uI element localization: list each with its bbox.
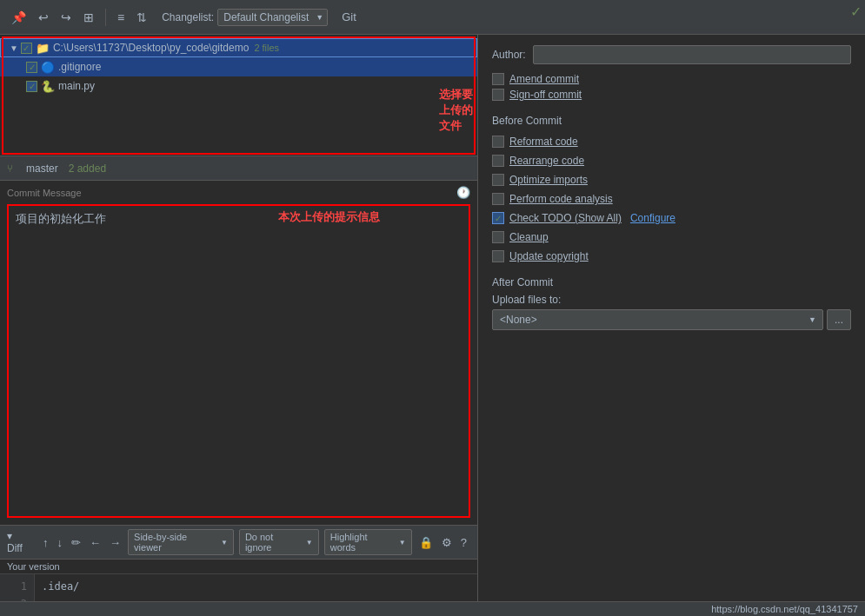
upload-more-btn[interactable]: ...: [827, 309, 851, 330]
mainpy-checkbox[interactable]: ✓: [26, 81, 37, 92]
folder-icon: 📁: [36, 42, 50, 55]
help-btn[interactable]: ?: [457, 534, 470, 551]
author-row: Author:: [492, 45, 851, 64]
option-reformat[interactable]: Reformat code: [492, 136, 851, 148]
diff-prev-btn[interactable]: ←: [86, 534, 104, 551]
diff-edit-btn[interactable]: ✏: [68, 534, 84, 551]
commit-label-row: Commit Message 🕐: [0, 184, 477, 201]
amend-label: Amend commit: [509, 73, 579, 85]
gitignore-label: .gitignore: [58, 61, 101, 73]
cleanup-label: Cleanup: [509, 231, 549, 243]
before-commit-title: Before Commit: [492, 115, 851, 127]
tree-row-gitignore[interactable]: ✓ 🔵 .gitignore: [0, 57, 477, 76]
status-bar: ⑂ master 2 added: [0, 156, 477, 181]
list-button[interactable]: ≡: [113, 8, 129, 27]
author-input[interactable]: [533, 45, 851, 64]
diff-down-btn[interactable]: ↓: [54, 534, 67, 551]
separator-1: [105, 9, 106, 26]
settings-btn[interactable]: ⚙: [438, 534, 456, 551]
mainpy-label: main.py: [58, 80, 95, 92]
amend-checkbox[interactable]: [492, 73, 504, 85]
option-analyze[interactable]: Perform code analysis: [492, 193, 851, 205]
upload-label: Upload files to:: [492, 294, 851, 306]
root-path-label: C:\Users\11737\Desktop\py_code\gitdemo: [53, 42, 249, 54]
amend-row[interactable]: Amend commit: [492, 73, 851, 85]
sort-button[interactable]: ⇅: [132, 8, 151, 27]
reformat-checkbox[interactable]: [492, 136, 504, 148]
signoff-checkbox[interactable]: [492, 89, 504, 101]
copyright-label: Update copyright: [509, 250, 589, 262]
ignore-label: Do not ignore: [245, 532, 303, 553]
branch-name: master: [26, 162, 58, 175]
option-cleanup[interactable]: Cleanup: [492, 231, 851, 243]
author-label: Author:: [492, 49, 526, 61]
diff-line-1: .idea/: [42, 578, 79, 595]
file-tree: ▼ ✓ 📁 C:\Users\11737\Desktop\py_code\git…: [0, 35, 477, 156]
changelist-select[interactable]: Default Changelist: [217, 9, 328, 26]
diff-header: ▾ Diff ↑ ↓ ✏ ← → Side-by-side viewer Do …: [0, 526, 477, 560]
pin-button[interactable]: 📌: [7, 8, 30, 27]
rearrange-label: Rearrange code: [509, 155, 584, 167]
lock-btn[interactable]: 🔒: [416, 534, 436, 551]
optimize-checkbox[interactable]: [492, 174, 504, 186]
tree-row-mainpy[interactable]: ✓ 🐍 main.py: [0, 76, 477, 96]
upload-select[interactable]: <None>: [492, 309, 823, 330]
python-icon: 🐍: [41, 80, 55, 93]
commit-area: Commit Message 🕐 本次上传的提示信息: [0, 181, 477, 525]
configure-link[interactable]: Configure: [630, 212, 675, 224]
signoff-label: Sign-off commit: [509, 89, 582, 101]
after-commit-title: After Commit: [492, 276, 851, 288]
url-text: https://blog.csdn.net/qq_41341757: [711, 604, 858, 614]
option-todo[interactable]: ✓ Check TODO (Show All) Configure: [492, 212, 851, 224]
toolbar: 📌 ↩ ↪ ⊞ ≡ ⇅ Changelist: Default Changeli…: [0, 0, 865, 35]
upload-select-wrapper: <None>: [492, 309, 823, 330]
right-panel: Author: Amend commit Sign-off commit Bef…: [478, 35, 865, 616]
optimize-label: Optimize imports: [509, 174, 588, 186]
commit-label-text: Commit Message: [7, 188, 82, 198]
file-tree-container: ▼ ✓ 📁 C:\Users\11737\Desktop\py_code\git…: [0, 35, 477, 156]
viewer-dropdown[interactable]: Side-by-side viewer: [128, 529, 234, 555]
root-badge: 2 files: [254, 43, 279, 53]
upload-row: <None> ...: [492, 309, 851, 330]
highlight-label: Highlight words: [330, 532, 396, 553]
undo-button[interactable]: ↩: [34, 8, 53, 27]
signoff-row[interactable]: Sign-off commit: [492, 89, 851, 101]
todo-label: Check TODO (Show All): [509, 212, 622, 224]
clock-icon: 🕐: [456, 186, 470, 199]
todo-checkbox[interactable]: ✓: [492, 212, 504, 224]
checkmark-icon: ✓: [850, 3, 862, 20]
added-badge: 2 added: [69, 162, 106, 175]
viewer-label: Side-by-side viewer: [134, 532, 217, 553]
copyright-checkbox[interactable]: [492, 250, 504, 262]
diff-up-btn[interactable]: ↑: [39, 534, 52, 551]
grid-button[interactable]: ⊞: [79, 8, 98, 27]
git-label: Git: [342, 10, 356, 23]
expand-icon: ▼: [10, 43, 18, 53]
tree-root-row[interactable]: ▼ ✓ 📁 C:\Users\11737\Desktop\py_code\git…: [0, 38, 477, 57]
diff-next-btn[interactable]: →: [106, 534, 124, 551]
commit-textarea[interactable]: [7, 204, 470, 518]
main-container: ▼ ✓ 📁 C:\Users\11737\Desktop\py_code\git…: [0, 35, 865, 616]
gitignore-checkbox[interactable]: ✓: [26, 62, 37, 73]
option-optimize[interactable]: Optimize imports: [492, 174, 851, 186]
diff-title: ▾ Diff: [7, 530, 30, 554]
line-num-1: 1: [7, 578, 27, 595]
analyze-checkbox[interactable]: [492, 193, 504, 205]
option-rearrange[interactable]: Rearrange code: [492, 155, 851, 167]
highlight-dropdown[interactable]: Highlight words: [324, 529, 412, 555]
changelist-wrapper: Default Changelist: [217, 9, 328, 26]
redo-button[interactable]: ↪: [57, 8, 76, 27]
option-copyright[interactable]: Update copyright: [492, 250, 851, 262]
rearrange-checkbox[interactable]: [492, 155, 504, 167]
gitignore-icon: 🔵: [41, 61, 55, 74]
root-checkbox[interactable]: ✓: [21, 43, 32, 54]
bottom-url-bar: https://blog.csdn.net/qq_41341757: [0, 601, 865, 616]
diff-version-label: Your version: [0, 560, 477, 574]
ignore-dropdown[interactable]: Do not ignore: [239, 529, 319, 555]
analyze-label: Perform code analysis: [509, 193, 613, 205]
reformat-label: Reformat code: [509, 136, 578, 148]
changelist-label: Changelist:: [162, 11, 214, 23]
left-panel: ▼ ✓ 📁 C:\Users\11737\Desktop\py_code\git…: [0, 35, 478, 616]
cleanup-checkbox[interactable]: [492, 231, 504, 243]
branch-icon: ⑂: [7, 162, 13, 175]
